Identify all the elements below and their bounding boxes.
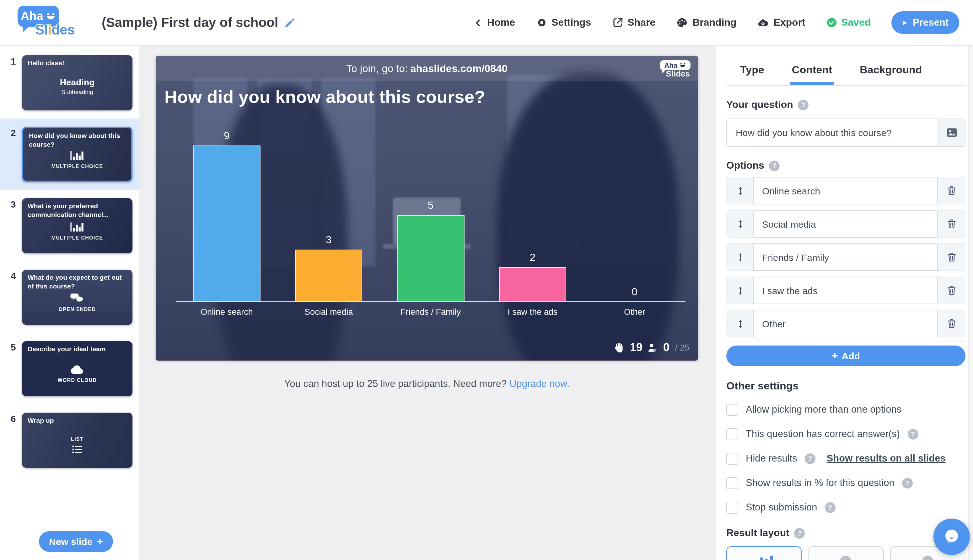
help-icon[interactable]: ? [902,478,913,488]
question-image-button[interactable] [938,119,965,146]
chart-column: 0 [583,127,685,302]
bar-chart-icon [70,150,85,161]
editor-stage: To join, go to: ahaslides.com/0840 Aha S… [144,46,716,560]
drag-handle-icon[interactable] [727,285,753,296]
slide-thumbnail-5[interactable]: Describe your ideal team WORD CLOUD [22,341,132,396]
checkbox[interactable] [726,452,738,464]
slide-question-title: How did you know about this course? [155,81,698,107]
header-nav: Home Settings Share Branding Export Save… [473,11,959,34]
logo-aha-text: Aha [21,9,43,23]
new-slide-button[interactable]: New slide + [39,531,113,552]
slide-row-3: 3 What is your preferred communication c… [0,190,144,262]
participants-count: 0 [663,341,669,354]
bar-value-label: 0 [632,286,637,298]
nav-share[interactable]: Share [612,17,655,28]
drag-handle-icon[interactable] [727,252,753,262]
option-input[interactable] [754,218,937,229]
options-label: Options [726,160,764,171]
drag-handle-icon[interactable] [727,318,753,329]
watermark-bubble: Aha [660,60,690,70]
bars-layout-icon [755,556,773,560]
option-input[interactable] [754,318,937,329]
option-input[interactable] [754,285,937,296]
thumb-type-label: MULTIPLE CHOICE [52,163,103,169]
slide-preview[interactable]: To join, go to: ahaslides.com/0840 Aha S… [155,56,698,361]
setting-allow-multiple: Allow picking more than one options [726,402,965,417]
present-button[interactable]: Present [891,11,959,34]
tab-type[interactable]: Type [739,46,766,85]
layout-option-donut[interactable] [808,546,884,560]
saved-status: Saved [826,17,871,28]
nav-settings-label: Settings [552,17,591,28]
help-icon[interactable]: ? [794,528,805,538]
presentation-title[interactable]: (Sample) First day of school [102,15,278,30]
option-row [726,177,965,205]
checkbox[interactable] [726,428,738,440]
delete-option-button[interactable] [938,185,965,196]
present-label: Present [913,17,948,28]
bar-value-label: 2 [530,251,535,264]
join-code: ahaslides.com/0840 [410,62,508,74]
slide-thumbnail-1[interactable]: Hello class! Heading Subheading [22,55,132,110]
hands-count: 19 [630,341,642,354]
nav-settings[interactable]: Settings [536,17,591,28]
option-input[interactable] [754,252,937,262]
setting-label: Stop submission [746,502,817,513]
bar-chart-icon [70,221,85,232]
setting-hide-results: Hide results ? Show results on all slide… [726,451,965,466]
drag-handle-icon[interactable] [727,218,753,229]
help-icon[interactable]: ? [805,453,816,464]
checkbox[interactable] [726,403,738,415]
delete-option-button[interactable] [938,318,965,329]
help-icon[interactable]: ? [798,99,809,110]
new-slide-label: New slide [49,536,92,547]
chat-smiley-icon [941,527,962,547]
bar-i-saw-the-ads [499,267,566,302]
slide-number: 3 [0,198,22,253]
drag-handle-icon[interactable] [727,185,753,196]
help-icon[interactable]: ? [769,160,780,171]
delete-option-button[interactable] [938,218,965,230]
nav-home[interactable]: Home [473,17,515,28]
setting-label: This question has correct answer(s) [746,428,900,440]
participant-limit-note: You can host up to 25 live participants.… [155,378,698,390]
layout-option-bars[interactable] [726,546,802,560]
participant-counters: 19 0 / 25 [614,341,689,354]
ahaslides-editor: Aha Slides (Sample) First day of school … [0,0,973,560]
app-logo[interactable]: Aha Slides [13,4,83,41]
checkbox[interactable] [726,502,738,513]
thumb-type-label: WORD CLOUD [58,378,97,383]
edit-title-pencil-icon[interactable] [284,17,296,28]
thumb-subheading: Subheading [61,88,93,95]
tab-background[interactable]: Background [858,46,923,85]
play-icon [900,18,908,27]
help-icon[interactable]: ? [908,428,918,439]
checkbox[interactable] [726,477,738,489]
tab-content[interactable]: Content [791,46,833,85]
results-bar-chart: 9 3 5 2 0 [176,127,685,302]
option-input[interactable] [754,185,937,196]
chart-column: 5 [380,127,482,302]
question-input[interactable] [727,119,938,146]
delete-option-button[interactable] [938,285,965,296]
pie-layout-icon [922,556,933,560]
upgrade-now-link[interactable]: Upgrade now [510,378,567,389]
add-option-button[interactable]: + Add [726,345,965,366]
support-chat-button[interactable] [933,518,970,555]
other-settings-heading: Other settings [726,380,965,393]
slide-row-4: 4 What do you expect to get out of this … [0,262,144,333]
nav-branding[interactable]: Branding [676,17,736,28]
slide-thumbnail-4[interactable]: What do you expect to get out of this co… [22,270,132,325]
setting-label: Hide results [746,453,797,464]
share-icon [612,17,623,28]
nav-export[interactable]: Export [757,17,806,28]
slide-thumbnail-3[interactable]: What is your preferred communication cha… [22,198,132,253]
slide-number: 1 [0,55,22,110]
delete-option-button[interactable] [938,252,965,263]
category-label: I saw the ads [481,307,583,317]
slide-thumbnail-6[interactable]: Wrap up LIST [22,413,132,468]
show-results-all-slides-link[interactable]: Show results on all slides [827,453,946,464]
slide-thumbnail-2[interactable]: How did you know about this course? MULT… [22,127,132,182]
help-icon[interactable]: ? [824,502,835,513]
participants-limit: / 25 [675,343,689,352]
